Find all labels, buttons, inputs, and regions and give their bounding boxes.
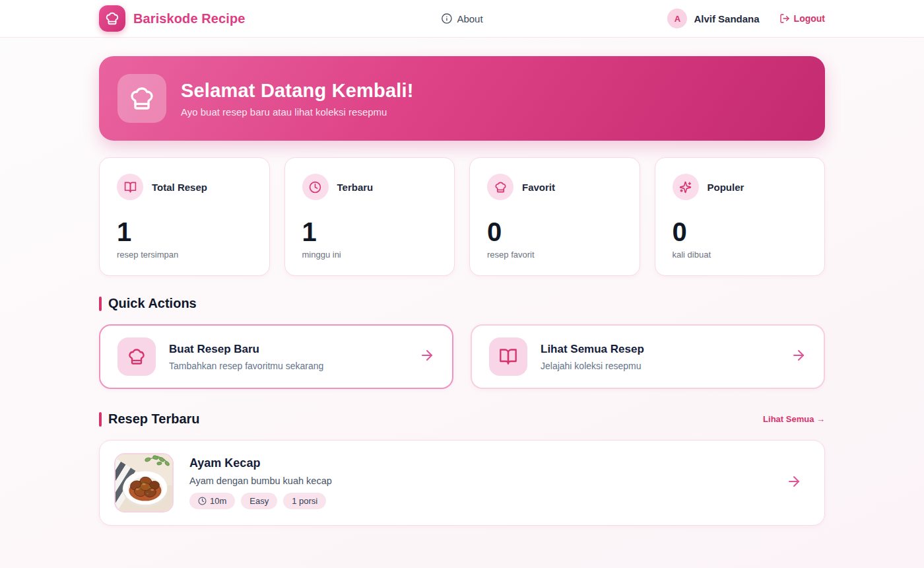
book-open-icon <box>117 174 143 200</box>
stat-card-populer[interactable]: Populer 0 kali dibuat <box>655 157 826 276</box>
quick-action-buat-resep-baru[interactable]: Buat Resep Baru Tambahkan resep favoritm… <box>99 324 453 389</box>
welcome-banner: Selamat Datang Kembali! Ayo buat resep b… <box>99 56 825 141</box>
quick-action-lihat-semua-resep[interactable]: Lihat Semua Resep Jelajahi koleksi resep… <box>471 324 825 389</box>
stat-caption: kali dibuat <box>673 250 808 260</box>
stat-card-total-resep[interactable]: Total Resep 1 resep tersimpan <box>99 157 270 276</box>
book-open-icon <box>489 337 527 376</box>
about-label: About <box>457 13 482 24</box>
badge-cook-time: 10m <box>189 493 235 509</box>
quick-actions-title: Quick Actions <box>108 296 197 311</box>
stat-label: Populer <box>708 182 744 193</box>
arrow-right-icon <box>791 347 807 366</box>
logout-label: Logout <box>794 13 825 24</box>
badge-portion: 1 porsi <box>283 493 326 509</box>
welcome-title: Selamat Datang Kembali! <box>181 80 414 102</box>
recent-recipes-title: Resep Terbaru <box>108 411 200 427</box>
recipe-photo <box>114 453 174 513</box>
heading-accent-bar <box>99 412 102 427</box>
recent-recipes-heading: Resep Terbaru <box>99 411 200 427</box>
quick-action-subtitle: Tambahkan resep favoritmu sekarang <box>169 361 406 371</box>
stats-grid: Total Resep 1 resep tersimpan Terbaru 1 … <box>99 157 825 276</box>
user-name: Alvif Sandana <box>694 13 759 24</box>
brand-home-link[interactable]: Bariskode Recipe <box>99 5 245 32</box>
stat-caption: minggu ini <box>302 250 438 260</box>
logout-button[interactable]: Logout <box>779 13 825 24</box>
stat-label: Terbaru <box>337 182 374 193</box>
stat-caption: resep favorit <box>487 250 622 260</box>
nav-about-link[interactable]: About <box>441 13 482 24</box>
quick-action-title: Lihat Semua Resep <box>541 343 777 356</box>
arrow-right-icon <box>419 347 435 366</box>
quick-actions-heading: Quick Actions <box>99 296 825 311</box>
stat-value: 0 <box>673 219 808 245</box>
stat-value: 1 <box>117 219 252 245</box>
quick-actions-grid: Buat Resep Baru Tambahkan resep favoritm… <box>99 324 825 389</box>
user-chip: A Alvif Sandana <box>667 9 759 28</box>
stat-caption: resep tersimpan <box>117 250 252 260</box>
quick-action-subtitle: Jelajahi koleksi resepmu <box>541 361 777 371</box>
chef-hat-logo-icon <box>99 5 125 32</box>
info-icon <box>441 13 452 24</box>
dashboard-main: Selamat Datang Kembali! Ayo buat resep b… <box>99 56 825 526</box>
recipe-description: Ayam dengan bumbu kuah kecap <box>189 476 770 486</box>
clock-icon <box>302 174 329 200</box>
stat-value: 1 <box>302 219 438 245</box>
avatar: A <box>667 9 687 28</box>
stat-label: Favorit <box>522 182 555 193</box>
recipe-card-ayam-kecap[interactable]: Ayam Kecap Ayam dengan bumbu kuah kecap … <box>99 440 825 526</box>
chef-hat-icon <box>117 74 166 123</box>
recipe-title: Ayam Kecap <box>189 456 770 470</box>
clock-icon <box>198 497 207 505</box>
chef-hat-icon <box>487 174 513 200</box>
stat-card-terbaru[interactable]: Terbaru 1 minggu ini <box>284 157 455 276</box>
heading-accent-bar <box>99 297 102 311</box>
top-navbar: Bariskode Recipe About A Alvif Sandana L… <box>0 0 924 38</box>
welcome-subtitle: Ayo buat resep baru atau lihat koleksi r… <box>181 106 414 118</box>
chef-hat-icon <box>117 337 156 376</box>
quick-action-title: Buat Resep Baru <box>169 343 406 356</box>
badge-difficulty: Easy <box>241 493 277 509</box>
stat-label: Total Resep <box>152 182 207 193</box>
logout-icon <box>779 13 790 24</box>
arrow-right-icon <box>786 474 802 492</box>
sparkles-icon <box>673 174 699 200</box>
see-all-link[interactable]: Lihat Semua → <box>763 414 825 424</box>
brand-title: Bariskode Recipe <box>133 11 245 26</box>
stat-value: 0 <box>487 219 622 245</box>
stat-card-favorit[interactable]: Favorit 0 resep favorit <box>469 157 640 276</box>
